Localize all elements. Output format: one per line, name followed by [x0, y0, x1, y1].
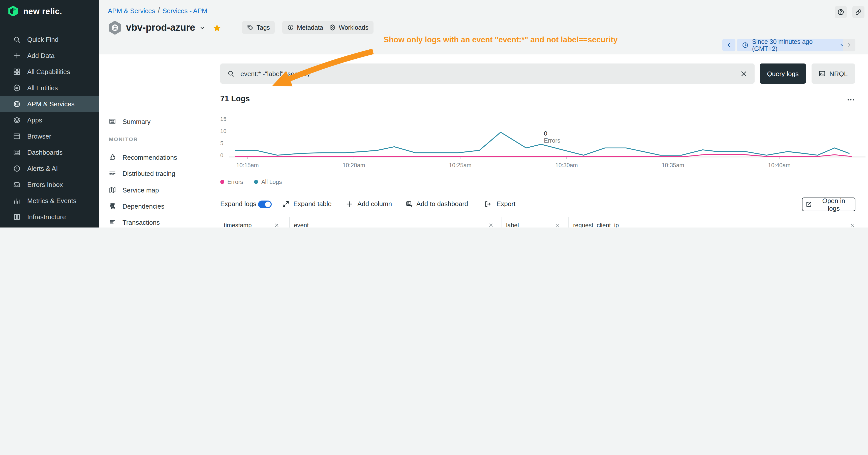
subnav-dependencies[interactable]: Dependencies: [99, 199, 203, 213]
dashboard-icon: [13, 149, 21, 156]
search-icon: [13, 35, 21, 43]
permalink-button[interactable]: [852, 6, 865, 18]
sidebar-item-all-capabilities[interactable]: All Capabilities: [0, 64, 99, 79]
time-picker-label: Since 30 minutes ago (GMT+2): [752, 38, 836, 52]
question-icon: [837, 8, 844, 15]
favorite-star-icon[interactable]: [213, 24, 221, 32]
nrql-button[interactable]: NRQL: [811, 64, 855, 84]
new-relic-app: new relic. Quick Find Add Data All Capab…: [0, 0, 868, 228]
clear-search-icon[interactable]: [740, 70, 747, 77]
logs-count-title: 71 Logs: [220, 94, 250, 103]
thumbs-up-icon: [109, 154, 116, 161]
time-forward-button[interactable]: [843, 39, 856, 52]
legend-dot-all-logs: [254, 180, 258, 184]
add-to-dashboard-button[interactable]: Add to dashboard: [416, 200, 468, 207]
subnav-distributed-tracing[interactable]: Distributed tracing: [99, 166, 203, 181]
transactions-icon: [109, 219, 116, 226]
bar-chart-icon: [13, 197, 21, 204]
sidebar-item-infrastructure[interactable]: Infrastructure: [0, 208, 99, 225]
column-header-timestamp[interactable]: timestamp: [212, 217, 289, 228]
new-relic-logo-icon: [7, 5, 19, 17]
sidebar-item-logs[interactable]: Logs: [0, 225, 99, 228]
subnav-transactions[interactable]: Transactions: [99, 215, 203, 228]
tag-icon: [247, 24, 253, 31]
logs-panel: Query logs NRQL 71 Logs 051015 10:15am10…: [203, 55, 868, 228]
workloads-hexagon-icon: [329, 24, 336, 31]
remove-column-icon[interactable]: [850, 223, 855, 228]
log-search-bar[interactable]: [220, 64, 754, 84]
external-link-icon: [806, 201, 812, 207]
sidebar-item-all-entities[interactable]: All Entities: [0, 79, 99, 96]
subnav-summary[interactable]: Summary: [99, 115, 203, 129]
map-icon: [109, 187, 116, 194]
subnav-section-monitor: MONITOR: [109, 136, 138, 142]
sidebar-item-alerts-ai[interactable]: Alerts & AI: [0, 160, 99, 176]
expand-table-button[interactable]: Expand table: [293, 200, 332, 207]
column-header-label[interactable]: label: [501, 217, 568, 228]
logs-table-header: timestamp event label request_client_ip: [212, 217, 868, 228]
remove-column-icon[interactable]: [489, 223, 494, 228]
clock-icon: [742, 42, 748, 48]
chevron-right-icon: [846, 42, 852, 48]
time-picker[interactable]: Since 30 minutes ago (GMT+2): [737, 39, 851, 52]
column-header-event[interactable]: event: [289, 217, 501, 228]
main-region: APM & Services/Services - APM vbv-prod-a…: [99, 0, 868, 228]
export-button[interactable]: Export: [496, 200, 516, 207]
hexagon-list-icon: [13, 84, 21, 92]
dependencies-icon: [109, 202, 116, 209]
add-column-button[interactable]: Add column: [358, 200, 392, 207]
sidebar-item-quick-find[interactable]: Quick Find: [0, 31, 99, 47]
add-to-dashboard-icon: [406, 200, 413, 207]
legend-errors[interactable]: Errors: [220, 179, 243, 185]
sidebar-item-metrics-events[interactable]: Metrics & Events: [0, 193, 99, 208]
column-header-request-client-ip[interactable]: request_client_ip: [568, 217, 868, 228]
link-icon: [855, 8, 862, 15]
grid-icon: [13, 68, 21, 75]
panel-menu-ellipsis-icon[interactable]: [847, 96, 855, 104]
entity-subnav: Summary MONITOR Recommendations Distribu…: [99, 55, 204, 228]
chevron-left-icon: [725, 42, 732, 48]
globe-icon: [13, 100, 21, 107]
legend-all-logs[interactable]: All Logs: [254, 179, 282, 185]
tracing-icon: [109, 170, 116, 177]
open-in-logs-button[interactable]: Open in logs: [802, 197, 856, 211]
sidebar-item-dashboards[interactable]: Dashboards: [0, 144, 99, 160]
search-icon: [227, 70, 235, 77]
entity-chevron-down-icon[interactable]: [199, 25, 206, 31]
sidebar-item-add-data[interactable]: Add Data: [0, 47, 99, 64]
summary-icon: [109, 118, 116, 125]
subnav-service-map[interactable]: Service map: [99, 183, 203, 197]
terminal-icon: [819, 70, 826, 77]
chart-x-axis: 10:15am10:20am10:25am10:30am10:35am10:40…: [220, 162, 868, 169]
alert-icon: [13, 164, 21, 172]
sidebar-item-apps[interactable]: Apps: [0, 112, 99, 128]
chart-hover-label: 0 Errors: [544, 130, 560, 144]
sidebar-item-apm-services[interactable]: APM & Services: [0, 96, 99, 112]
breadcrumb-apm-services[interactable]: APM & Services: [108, 7, 155, 14]
annotation-text: Show only logs with an event "event:*" a…: [383, 35, 618, 44]
query-logs-button[interactable]: Query logs: [760, 64, 806, 84]
time-back-button[interactable]: [722, 39, 736, 52]
subnav-recommendations[interactable]: Recommendations: [99, 150, 203, 164]
expand-logs-toggle[interactable]: [258, 200, 272, 208]
servers-icon: [13, 213, 21, 221]
remove-column-icon[interactable]: [274, 223, 279, 228]
info-icon: [287, 24, 294, 31]
browser-icon: [13, 132, 21, 140]
workloads-button[interactable]: Workloads: [324, 21, 373, 34]
log-search-input[interactable]: [240, 69, 735, 78]
add-column-icon: [346, 200, 353, 207]
inbox-icon: [13, 181, 21, 188]
expand-logs-label: Expand logs: [220, 200, 256, 207]
remove-column-icon[interactable]: [555, 223, 560, 228]
breadcrumb-services-apm[interactable]: Services - APM: [162, 7, 208, 14]
metadata-button[interactable]: Metadata: [282, 21, 328, 34]
help-button[interactable]: [835, 6, 847, 18]
new-relic-logo[interactable]: new relic.: [7, 5, 62, 17]
sidebar-item-browser[interactable]: Browser: [0, 128, 99, 144]
entity-name: vbv-prod-azure: [126, 22, 195, 33]
tags-button[interactable]: Tags: [242, 21, 275, 34]
plus-icon: [13, 52, 21, 59]
primary-sidebar: new relic. Quick Find Add Data All Capab…: [0, 0, 99, 228]
sidebar-item-errors-inbox[interactable]: Errors Inbox: [0, 176, 99, 193]
